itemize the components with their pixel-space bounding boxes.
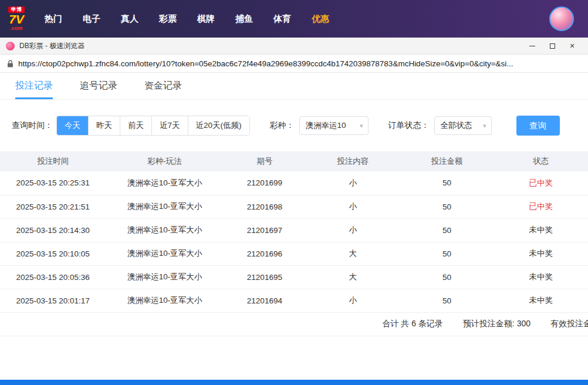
time-filter-label: 查询时间：: [12, 120, 53, 131]
cell-status: 未中奖: [494, 242, 588, 265]
cell-amount: 50: [400, 289, 494, 312]
close-icon: ×: [570, 41, 575, 50]
logo-sub-text: .com: [10, 26, 22, 31]
bottom-taskbar-strip: [0, 380, 588, 385]
nav-item-lottery[interactable]: 彩票: [159, 13, 177, 25]
maximize-button[interactable]: [542, 39, 562, 53]
summary-total-records: 合计 共 6 条记录: [382, 319, 442, 329]
chevron-down-icon: ▾: [483, 122, 486, 130]
time-option-20days[interactable]: 近20天(低频): [188, 116, 249, 135]
cell-issue: 21201697: [224, 218, 306, 242]
cell-amount: 50: [400, 242, 494, 265]
logo-main-text: 7V: [9, 13, 24, 26]
site-logo[interactable]: 申博 7V .com: [8, 6, 25, 32]
cell-content: 小: [306, 218, 400, 242]
browser-title-bar: DB彩票 - 极速浏览器 ×: [0, 38, 588, 55]
record-tabs: 投注记录 追号记录 资金记录: [0, 73, 588, 100]
nav-item-promo[interactable]: 优惠: [312, 13, 329, 25]
table-row: 2025-03-15 20:10:05 澳洲幸运10-亚军大小 21201696…: [0, 242, 588, 265]
col-header-time: 投注时间: [0, 151, 106, 171]
cell-time: 2025-03-15 20:25:31: [0, 171, 106, 195]
lottery-select-value: 澳洲幸运10: [306, 120, 346, 131]
cell-status: 未中奖: [494, 289, 588, 312]
col-header-status: 状态: [494, 151, 588, 171]
cell-status: 已中奖: [494, 195, 588, 218]
nav-item-hot[interactable]: 热门: [45, 13, 62, 25]
cell-status: 未中奖: [494, 265, 588, 289]
time-option-daybefore[interactable]: 前天: [120, 116, 152, 135]
cell-time: 2025-03-15 20:10:05: [0, 242, 106, 265]
cell-status: 已中奖: [494, 171, 588, 195]
cell-content: 大: [306, 242, 400, 265]
top-navigation-bar: 申博 7V .com 热门 电子 真人 彩票 棋牌 捕鱼 体育 优惠: [0, 0, 588, 38]
close-button[interactable]: ×: [562, 39, 582, 53]
cell-amount: 50: [400, 195, 494, 218]
col-header-amount: 投注金额: [400, 151, 494, 171]
summary-expected-bet: 预计投注金额: 300: [463, 319, 530, 329]
main-nav: 热门 电子 真人 彩票 棋牌 捕鱼 体育 优惠: [45, 13, 329, 25]
lottery-filter-label: 彩种：: [270, 120, 295, 131]
table-header-row: 投注时间 彩种-玩法 期号 投注内容 投注金额 状态: [0, 151, 588, 171]
cell-amount: 50: [400, 265, 494, 289]
tab-fund-records[interactable]: 资金记录: [144, 73, 182, 99]
url-text[interactable]: https://ctop02pchwp1.zfnc84.com/lottery/…: [18, 59, 513, 68]
nav-item-sports[interactable]: 体育: [273, 13, 291, 25]
cell-time: 2025-03-15 20:05:36: [0, 265, 106, 289]
cell-content: 大: [306, 265, 400, 289]
table-row: 2025-03-15 20:25:31 澳洲幸运10-亚军大小 21201699…: [0, 171, 588, 195]
cell-play: 澳洲幸运10-亚军大小: [106, 265, 223, 289]
cell-issue: 21201694: [224, 289, 306, 312]
cell-content: 小: [306, 289, 400, 312]
col-header-content: 投注内容: [306, 151, 400, 171]
cell-issue: 21201698: [224, 195, 306, 218]
cell-content: 小: [306, 171, 400, 195]
nav-item-board[interactable]: 棋牌: [197, 13, 215, 25]
tab-bet-records[interactable]: 投注记录: [15, 73, 53, 99]
address-bar: https://ctop02pchwp1.zfnc84.com/lottery/…: [0, 55, 588, 73]
minimize-button[interactable]: [522, 39, 542, 53]
time-option-today[interactable]: 今天: [57, 116, 89, 135]
minimize-icon: [529, 46, 535, 46]
chevron-down-icon: ▾: [360, 122, 363, 130]
cell-play: 澳洲幸运10-亚军大小: [106, 289, 223, 312]
time-filter-group: 今天 昨天 前天 近7天 近20天(低频): [56, 116, 250, 136]
status-select-value: 全部状态: [441, 120, 472, 131]
nav-item-slots[interactable]: 电子: [83, 13, 100, 25]
cell-content: 小: [306, 195, 400, 218]
window-controls: ×: [522, 39, 582, 53]
time-option-7days[interactable]: 近7天: [152, 116, 188, 135]
cell-amount: 50: [400, 171, 494, 195]
table-row: 2025-03-15 20:05:36 澳洲幸运10-亚军大小 21201695…: [0, 265, 588, 289]
cell-amount: 50: [400, 218, 494, 242]
time-option-yesterday[interactable]: 昨天: [89, 116, 120, 135]
nav-item-fishing[interactable]: 捕鱼: [235, 13, 253, 25]
cell-play: 澳洲幸运10-亚军大小: [106, 242, 223, 265]
cell-play: 澳洲幸运10-亚军大小: [106, 195, 223, 218]
nav-item-live[interactable]: 真人: [121, 13, 138, 25]
user-avatar[interactable]: [549, 6, 574, 31]
cell-issue: 21201699: [224, 171, 306, 195]
search-button[interactable]: 查询: [516, 116, 560, 136]
window-title: DB彩票 - 极速浏览器: [19, 41, 85, 51]
col-header-issue: 期号: [224, 151, 306, 171]
filter-bar: 查询时间： 今天 昨天 前天 近7天 近20天(低频) 彩种： 澳洲幸运10 ▾…: [0, 116, 588, 136]
lottery-select[interactable]: 澳洲幸运10 ▾: [299, 116, 369, 135]
maximize-icon: [550, 43, 555, 49]
bet-records-table: 投注时间 彩种-玩法 期号 投注内容 投注金额 状态 2025-03-15 20…: [0, 151, 588, 313]
cell-time: 2025-03-15 20:21:51: [0, 195, 106, 218]
order-status-select[interactable]: 全部状态 ▾: [434, 116, 492, 135]
cell-play: 澳洲幸运10-亚军大小: [106, 171, 223, 195]
cell-play: 澳洲幸运10-亚军大小: [106, 218, 223, 242]
table-row: 2025-03-15 20:14:30 澳洲幸运10-亚军大小 21201697…: [0, 218, 588, 242]
col-header-play: 彩种-玩法: [106, 151, 223, 171]
cell-status: 未中奖: [494, 218, 588, 242]
cell-time: 2025-03-15 20:14:30: [0, 218, 106, 242]
table-row: 2025-03-15 20:21:51 澳洲幸运10-亚军大小 21201698…: [0, 195, 588, 218]
lock-icon: [7, 60, 13, 67]
cell-time: 2025-03-15 20:01:17: [0, 289, 106, 312]
tab-chase-records[interactable]: 追号记录: [80, 73, 117, 99]
cell-issue: 21201696: [224, 242, 306, 265]
table-summary-row: 合计 共 6 条记录 预计投注金额: 300 有效投注金: [0, 313, 588, 336]
table-row: 2025-03-15 20:01:17 澳洲幸运10-亚军大小 21201694…: [0, 289, 588, 312]
cell-issue: 21201695: [224, 265, 306, 289]
